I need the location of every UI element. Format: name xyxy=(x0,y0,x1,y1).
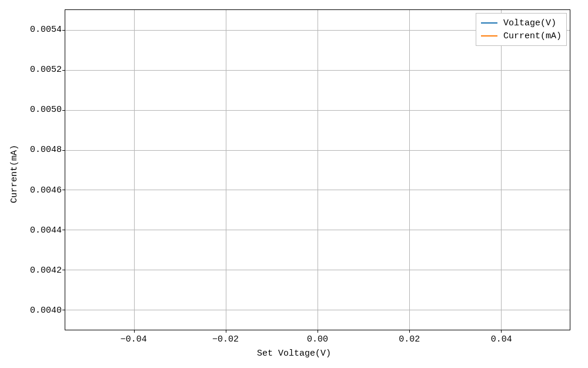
y-tick-label: 0.0044 xyxy=(30,225,62,235)
x-axis-label: Set Voltage(V) xyxy=(0,349,588,359)
tick-mark-y xyxy=(62,70,65,71)
tick-mark-x xyxy=(134,330,135,333)
tick-mark-y xyxy=(62,30,65,31)
chart-container: Voltage(V) Current(mA) 0.0040 0.0042 0.0… xyxy=(0,0,588,368)
tick-mark-y xyxy=(62,310,65,310)
y-axis-label-text: Current(mA) xyxy=(10,145,20,203)
plot-area: Voltage(V) Current(mA) xyxy=(65,9,570,330)
tick-mark-x xyxy=(318,330,318,333)
tick-mark-x xyxy=(226,330,226,333)
legend-item-voltage: Voltage(V) xyxy=(481,16,562,29)
legend-item-current: Current(mA) xyxy=(481,29,562,42)
legend-label: Current(mA) xyxy=(503,31,562,41)
x-tick-label: 0.02 xyxy=(399,334,420,344)
tick-mark-x xyxy=(409,330,410,333)
y-tick-label: 0.0050 xyxy=(30,105,62,115)
x-tick-label: 0.00 xyxy=(307,334,328,344)
y-tick-label: 0.0048 xyxy=(30,145,62,155)
tick-mark-y xyxy=(62,270,65,270)
y-axis-label: Current(mA) xyxy=(9,0,21,368)
gridline-x xyxy=(226,10,226,330)
y-tick-label: 0.0046 xyxy=(30,185,62,195)
y-tick-label: 0.0040 xyxy=(30,305,62,315)
y-tick-label: 0.0042 xyxy=(30,265,62,275)
gridline-x xyxy=(318,10,318,330)
legend: Voltage(V) Current(mA) xyxy=(476,13,567,46)
x-tick-label: 0.04 xyxy=(491,334,512,344)
tick-mark-y xyxy=(62,230,65,230)
x-tick-label: −0.02 xyxy=(212,334,239,344)
gridline-x xyxy=(501,10,502,330)
tick-mark-y xyxy=(62,150,65,151)
x-axis-label-text: Set Voltage(V) xyxy=(257,349,331,359)
legend-swatch xyxy=(481,35,497,37)
gridline-x xyxy=(134,10,135,330)
tick-mark-y xyxy=(62,110,65,111)
y-tick-label: 0.0052 xyxy=(30,65,62,75)
legend-swatch xyxy=(481,22,497,24)
legend-label: Voltage(V) xyxy=(503,18,556,28)
tick-mark-x xyxy=(501,330,502,333)
x-tick-label: −0.04 xyxy=(121,334,147,344)
y-tick-label: 0.0054 xyxy=(30,25,62,35)
tick-mark-y xyxy=(62,190,65,190)
gridline-x xyxy=(409,10,410,330)
